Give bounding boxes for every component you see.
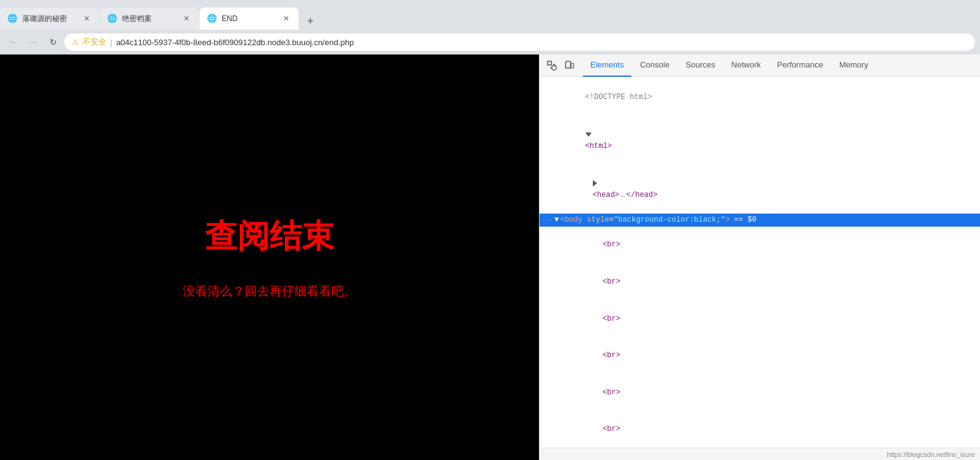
br2-line[interactable]: <br> bbox=[540, 264, 980, 301]
doctype-text: <!DOCTYPE html> bbox=[585, 93, 652, 102]
devtools-tabs: Elements Console Sources Network Perform… bbox=[540, 54, 980, 77]
tab-bar: 🌐 落璐源的秘密 ✕ 🌐 绝密档案 ✕ 🌐 END ✕ + bbox=[0, 0, 980, 30]
body-pseudo: == $0 bbox=[730, 214, 756, 226]
elements-panel[interactable]: <!DOCTYPE html> <html> <head>…</head> ··… bbox=[540, 77, 980, 448]
body-tag-open: <body bbox=[560, 214, 587, 226]
security-label: 不安全 bbox=[82, 37, 107, 48]
body-attr-name: style bbox=[587, 214, 609, 226]
tab-sources[interactable]: Sources bbox=[678, 54, 723, 77]
reload-button[interactable]: ↻ bbox=[45, 33, 62, 51]
devtools-inspect-icon[interactable] bbox=[545, 58, 559, 73]
tab-2[interactable]: 🌐 绝密档案 ✕ bbox=[100, 7, 199, 30]
tab-1-title: 落璐源的秘密 bbox=[22, 14, 82, 24]
devtools-statusbar: https://blogcsdn.netfins_isure bbox=[540, 448, 980, 460]
page-subtitle: 没看清么？回去再仔细看看吧。 bbox=[183, 283, 356, 300]
body-attr-val: "background-color:black;" bbox=[614, 214, 725, 226]
body-tag-close: > bbox=[725, 214, 730, 226]
back-button[interactable]: ← bbox=[5, 33, 22, 51]
tab-network[interactable]: Network bbox=[724, 54, 769, 77]
svg-rect-3 bbox=[566, 61, 571, 68]
tab-2-title: 绝密档案 bbox=[122, 14, 182, 24]
svg-rect-2 bbox=[551, 64, 557, 70]
tab-console[interactable]: Console bbox=[632, 54, 677, 77]
body-dots: ··· bbox=[542, 215, 553, 225]
tab-3[interactable]: 🌐 END ✕ bbox=[199, 7, 299, 30]
tab-1[interactable]: 🌐 落璐源的秘密 ✕ bbox=[0, 7, 99, 30]
forward-button[interactable]: → bbox=[25, 33, 42, 51]
br1-line[interactable]: <br> bbox=[540, 227, 980, 264]
new-tab-button[interactable]: + bbox=[302, 12, 319, 30]
body-arrow[interactable]: ▼ bbox=[554, 214, 559, 226]
br3-line[interactable]: <br> bbox=[540, 300, 980, 337]
tab-3-title: END bbox=[222, 14, 281, 23]
tab-1-close[interactable]: ✕ bbox=[82, 14, 92, 24]
security-icon: ⚠ bbox=[72, 38, 79, 46]
head-arrow[interactable] bbox=[593, 180, 597, 187]
svg-rect-0 bbox=[548, 61, 551, 65]
body-equals: = bbox=[609, 214, 613, 226]
devtools-icon-group bbox=[545, 58, 577, 73]
url-bar[interactable]: ⚠ 不安全 | a04c1100-5937-4f0b-8eed-b6f09091… bbox=[64, 33, 975, 51]
main-area: 查阅结束 没看清么？回去再仔细看看吧。 bbox=[0, 54, 980, 460]
url-text: a04c1100-5937-4f0b-8eed-b6f0909122db.nod… bbox=[116, 38, 968, 47]
address-bar: ← → ↻ ⚠ 不安全 | a04c1100-5937-4f0b-8eed-b6… bbox=[0, 30, 980, 54]
head-tag: <head> bbox=[593, 191, 619, 199]
tab-elements[interactable]: Elements bbox=[583, 54, 631, 77]
tab-2-close[interactable]: ✕ bbox=[182, 14, 191, 24]
html-tag: <html> bbox=[585, 142, 612, 150]
tab-2-icon: 🌐 bbox=[107, 14, 117, 24]
url-separator: | bbox=[110, 38, 112, 47]
tab-1-icon: 🌐 bbox=[7, 14, 17, 24]
statusbar-url: https://blogcsdn.netfins_isure bbox=[887, 451, 975, 458]
html-open-line[interactable]: <html> bbox=[540, 116, 980, 165]
page-title: 查阅结束 bbox=[205, 215, 334, 258]
head-line[interactable]: <head>…</head> bbox=[540, 165, 980, 214]
devtools-panel: Elements Console Sources Network Perform… bbox=[539, 54, 980, 460]
devtools-device-icon[interactable] bbox=[562, 58, 577, 73]
body-line[interactable]: ··· ▼ <body style = "background-color:bl… bbox=[540, 214, 980, 227]
doctype-line[interactable]: <!DOCTYPE html> bbox=[540, 79, 980, 116]
tab-performance[interactable]: Performance bbox=[769, 54, 830, 77]
tab-3-close[interactable]: ✕ bbox=[281, 14, 291, 24]
tab-3-icon: 🌐 bbox=[207, 14, 217, 24]
svg-rect-4 bbox=[571, 63, 574, 68]
browser-chrome: 🌐 落璐源的秘密 ✕ 🌐 绝密档案 ✕ 🌐 END ✕ + ← → ↻ ⚠ 不安… bbox=[0, 0, 980, 54]
tab-memory[interactable]: Memory bbox=[832, 54, 876, 77]
br6-line[interactable]: <br> bbox=[540, 411, 980, 448]
page-content: 查阅结束 没看清么？回去再仔细看看吧。 bbox=[0, 54, 539, 460]
html-arrow[interactable] bbox=[585, 131, 592, 138]
br4-line[interactable]: <br> bbox=[540, 337, 980, 375]
br5-line[interactable]: <br> bbox=[540, 375, 980, 412]
